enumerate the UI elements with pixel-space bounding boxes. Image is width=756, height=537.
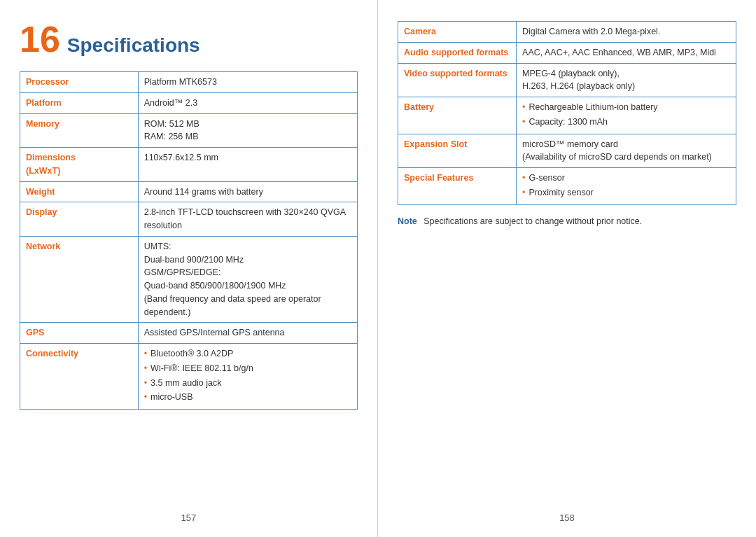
- spec-line: RAM: 256 MB: [144, 130, 351, 144]
- table-row: Audio supported formatsAAC, AAC+, AAC En…: [398, 42, 736, 63]
- left-page: 16 Specifications ProcessorPlatform MTK6…: [0, 0, 378, 537]
- spec-value-cell: microSD™ memory card(Availability of mic…: [517, 134, 736, 168]
- spec-bullet: G-sensor: [522, 172, 730, 185]
- spec-label-cell: Camera: [398, 22, 517, 43]
- table-row: WeightAround 114 grams with battery: [20, 181, 358, 202]
- spec-label-cell: Special Features: [398, 168, 517, 205]
- spec-bullet: Proximity sensor: [522, 186, 730, 200]
- spec-bullet: 3.5 mm audio jack: [144, 377, 351, 390]
- table-row: CameraDigital Camera with 2.0 Mega-pixel…: [398, 22, 736, 43]
- spec-label-cell: Connectivity: [20, 344, 139, 410]
- spec-value-cell: Digital Camera with 2.0 Mega-pixel.: [517, 22, 736, 43]
- left-page-number: 157: [20, 505, 358, 523]
- spec-line: UMTS:: [144, 240, 351, 253]
- spec-line: H.263, H.264 (playback only): [522, 80, 730, 93]
- spec-value-cell: Around 114 grams with battery: [138, 181, 357, 202]
- spec-value-cell: Android™ 2.3: [138, 92, 357, 113]
- spec-label-cell: Display: [20, 202, 139, 237]
- table-row: PlatformAndroid™ 2.3: [20, 92, 358, 113]
- table-row: MemoryROM: 512 MBRAM: 256 MB: [20, 113, 358, 148]
- chapter-title: Specifications: [67, 34, 200, 57]
- spec-label-cell: Audio supported formats: [398, 42, 517, 63]
- spec-label-cell: GPS: [20, 323, 139, 344]
- spec-value-cell: UMTS:Dual-band 900/2100 MHzGSM/GPRS/EDGE…: [138, 236, 357, 323]
- spec-bullet: micro-USB: [144, 391, 351, 404]
- spec-value-cell: MPEG-4 (playback only),H.263, H.264 (pla…: [517, 63, 736, 97]
- spec-bullet: Capacity: 1300 mAh: [522, 116, 730, 129]
- spec-bullet: Rechargeable Lithium-ion battery: [522, 101, 730, 114]
- spec-bullet: Wi-Fi®: IEEE 802.11 b/g/n: [144, 362, 351, 375]
- chapter-header: 16 Specifications: [20, 21, 358, 57]
- right-spec-table: CameraDigital Camera with 2.0 Mega-pixel…: [398, 21, 736, 205]
- table-row: NetworkUMTS:Dual-band 900/2100 MHzGSM/GP…: [20, 236, 358, 323]
- right-page: CameraDigital Camera with 2.0 Mega-pixel…: [378, 0, 756, 537]
- right-page-number: 158: [398, 505, 736, 523]
- table-row: BatteryRechargeable Lithium-ion batteryC…: [398, 97, 736, 134]
- table-row: Dimensions(LxWxT)110x57.6x12.5 mm: [20, 148, 358, 182]
- table-row: Display2.8-inch TFT-LCD touchscreen with…: [20, 202, 358, 237]
- spec-line: Quad-band 850/900/1800/1900 MHz: [144, 279, 351, 293]
- spec-line: 2.8-inch TFT-LCD touchscreen with 320×24…: [144, 206, 351, 232]
- spec-value-cell: G-sensorProximity sensor: [517, 168, 736, 205]
- spec-label-cell: Network: [20, 236, 139, 323]
- spec-label-cell: Dimensions(LxWxT): [20, 148, 139, 182]
- spec-label-cell: Video supported formats: [398, 63, 517, 97]
- spec-label-cell: Memory: [20, 113, 139, 148]
- spec-bullet: Bluetooth® 3.0 A2DP: [144, 347, 351, 361]
- spec-label-cell: Processor: [20, 72, 139, 93]
- table-row: ProcessorPlatform MTK6573: [20, 72, 358, 93]
- table-row: GPSAssisted GPS/Internal GPS antenna: [20, 323, 358, 344]
- spec-label-cell: Battery: [398, 97, 517, 134]
- table-row: Special FeaturesG-sensorProximity sensor: [398, 168, 736, 205]
- spec-value-cell: Platform MTK6573: [138, 72, 357, 93]
- spec-value-cell: 110x57.6x12.5 mm: [138, 148, 357, 182]
- note-section: Note Specifications are subject to chang…: [398, 215, 736, 228]
- table-row: Video supported formatsMPEG-4 (playback …: [398, 63, 736, 97]
- chapter-number: 16: [20, 21, 60, 57]
- spec-line: Dual-band 900/2100 MHz: [144, 253, 351, 267]
- table-row: Expansion SlotmicroSD™ memory card(Avail…: [398, 134, 736, 168]
- spec-line: ROM: 512 MB: [144, 118, 351, 131]
- left-spec-table: ProcessorPlatform MTK6573PlatformAndroid…: [20, 71, 358, 410]
- spec-value-cell: Assisted GPS/Internal GPS antenna: [138, 323, 357, 344]
- spec-label-cell: Platform: [20, 92, 139, 113]
- note-label: Note: [398, 216, 417, 226]
- table-row: ConnectivityBluetooth® 3.0 A2DPWi-Fi®: I…: [20, 344, 358, 410]
- spec-value-cell: ROM: 512 MBRAM: 256 MB: [138, 113, 357, 148]
- spec-label-cell: Expansion Slot: [398, 134, 517, 168]
- spec-label-cell: Weight: [20, 181, 139, 202]
- spec-line: MPEG-4 (playback only),: [522, 67, 730, 81]
- spec-line: (Availability of microSD card depends on…: [522, 151, 730, 164]
- spec-line: GSM/GPRS/EDGE:: [144, 266, 351, 279]
- spec-value-cell: 2.8-inch TFT-LCD touchscreen with 320×24…: [138, 202, 357, 237]
- spec-line: (Band frequency and data speed are opera…: [144, 293, 351, 319]
- spec-value-cell: Bluetooth® 3.0 A2DPWi-Fi®: IEEE 802.11 b…: [138, 344, 357, 410]
- spec-line: microSD™ memory card: [522, 138, 730, 151]
- spec-value-cell: AAC, AAC+, AAC Enhanced, WB AMR, MP3, Mi…: [517, 42, 736, 63]
- spec-value-cell: Rechargeable Lithium-ion batteryCapacity…: [517, 97, 736, 134]
- note-text: Specifications are subject to change wit…: [424, 216, 642, 226]
